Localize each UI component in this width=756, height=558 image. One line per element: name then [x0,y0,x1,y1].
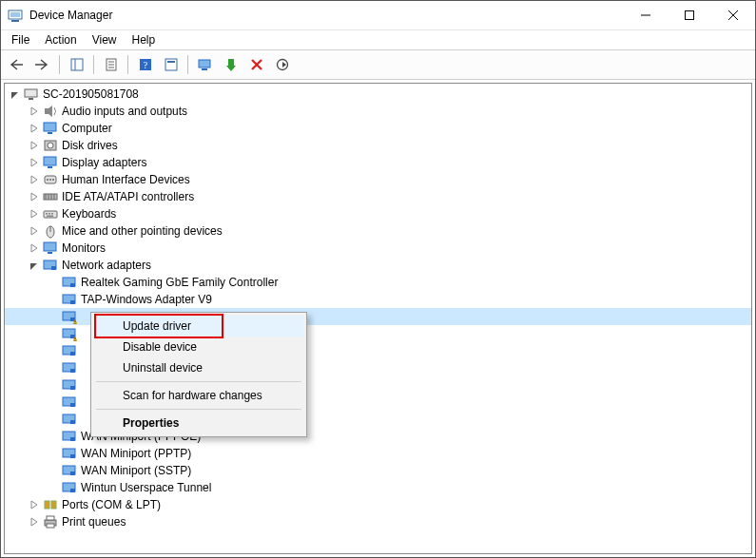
svg-point-37 [52,179,54,181]
device-node[interactable]: Wintun Userspace Tunnel [5,479,751,496]
svg-marker-24 [282,62,286,67]
update-driver-button[interactable] [219,53,242,77]
context-menu-item[interactable]: Update driver [94,316,303,337]
audio-icon [43,104,58,119]
expander-icon[interactable] [28,259,41,272]
help-button[interactable]: ? [133,53,157,77]
svg-rect-25 [25,89,37,97]
svg-rect-47 [47,216,53,218]
expander-icon[interactable] [28,241,41,255]
scan-hardware-button[interactable] [193,53,217,77]
computer-icon [24,87,39,102]
context-menu-separator [96,409,301,410]
context-menu-item[interactable]: Uninstall device [94,357,303,378]
expander-icon[interactable] [28,156,41,169]
svg-rect-73 [70,386,75,390]
expander-icon[interactable] [28,122,41,135]
node-label: TAP-Windows Adapter V9 [81,293,212,306]
category-node[interactable]: Print queues [5,513,751,530]
svg-rect-1 [10,12,20,17]
svg-rect-89 [47,516,54,520]
expander-icon[interactable] [28,139,41,152]
nic-icon [62,326,77,341]
device-node[interactable]: Realtek Gaming GbE Family Controller [5,274,751,291]
category-node[interactable]: Human Interface Devices [5,171,751,188]
context-menu-item[interactable]: Properties [94,413,303,433]
svg-point-35 [47,179,48,181]
device-node[interactable]: WAN Miniport (SSTP) [5,462,751,479]
expander-icon[interactable] [9,87,22,101]
category-node[interactable]: Disk drives [5,137,751,154]
ide-icon [43,189,58,204]
expander-icon[interactable] [28,105,41,118]
action-icon[interactable] [159,53,183,77]
category-network-adapters[interactable]: Network adapters [5,257,751,274]
svg-rect-71 [70,369,75,373]
svg-rect-29 [48,132,52,134]
category-node[interactable]: IDE ATA/ATAPI controllers [5,188,751,205]
nic-icon [62,309,77,324]
disable-button[interactable] [270,53,294,77]
node-label: Ports (COM & LPT) [62,498,161,511]
svg-rect-87 [51,501,56,509]
device-node[interactable]: TAP-Windows Adapter V9 [5,291,751,308]
expander-icon[interactable] [28,515,41,529]
svg-rect-53 [51,266,56,270]
ports-icon [43,497,58,512]
uninstall-button[interactable] [244,53,268,77]
svg-rect-32 [44,157,56,165]
node-label: Computer [62,122,112,135]
expander-icon[interactable] [28,224,41,238]
svg-rect-45 [48,213,50,215]
menu-help[interactable]: Help [126,31,163,48]
svg-rect-83 [70,471,75,475]
category-node[interactable]: Audio inputs and outputs [5,103,751,120]
svg-rect-85 [70,489,75,492]
nic-icon [62,275,77,290]
context-menu-item[interactable]: Disable device [94,337,303,357]
node-label: Mice and other pointing devices [62,224,223,238]
category-node[interactable]: Ports (COM & LPT) [5,496,751,513]
toolbar-separator [187,55,188,74]
svg-rect-16 [167,61,175,63]
context-menu-item[interactable]: Scan for hardware changes [94,385,303,406]
node-label: IDE ATA/ATAPI controllers [62,190,194,203]
close-button[interactable] [711,1,755,29]
expander-icon[interactable] [28,207,41,221]
svg-rect-51 [48,252,52,254]
menu-action[interactable]: Action [38,31,83,48]
back-button[interactable] [5,53,29,77]
expander-icon[interactable] [28,190,41,203]
app-icon [8,8,23,23]
svg-rect-2 [11,20,19,22]
root-node[interactable]: SC-201905081708 [5,86,751,103]
category-node[interactable]: Monitors [5,240,751,257]
svg-rect-66 [75,338,76,340]
menu-view[interactable]: View [86,31,124,48]
node-label: Display adapters [62,156,146,169]
minimize-button[interactable] [624,1,668,29]
svg-rect-86 [45,501,49,509]
forward-button[interactable] [30,53,54,77]
svg-rect-67 [75,340,76,341]
nic-icon [43,258,58,273]
maximize-button[interactable] [668,1,711,29]
node-label: Keyboards [62,207,116,221]
context-menu-separator [96,381,301,382]
toolbar-separator [93,55,94,74]
node-label: Audio inputs and outputs [62,105,187,118]
category-node[interactable]: Display adapters [5,154,751,171]
expander-icon[interactable] [28,498,41,511]
expander-icon[interactable] [28,173,41,186]
content-area: SC-201905081708Audio inputs and outputsC… [4,83,752,554]
category-node[interactable]: Mice and other pointing devices [5,222,751,240]
node-label: Network adapters [62,259,151,272]
category-node[interactable]: Keyboards [5,205,751,222]
mouse-icon [43,223,58,239]
hid-icon [43,172,58,187]
menu-file[interactable]: File [5,31,36,48]
device-node[interactable]: WAN Miniport (PPTP) [5,445,751,462]
show-hide-tree-button[interactable] [65,53,88,77]
properties-button[interactable] [99,53,123,77]
category-node[interactable]: Computer [5,120,751,137]
